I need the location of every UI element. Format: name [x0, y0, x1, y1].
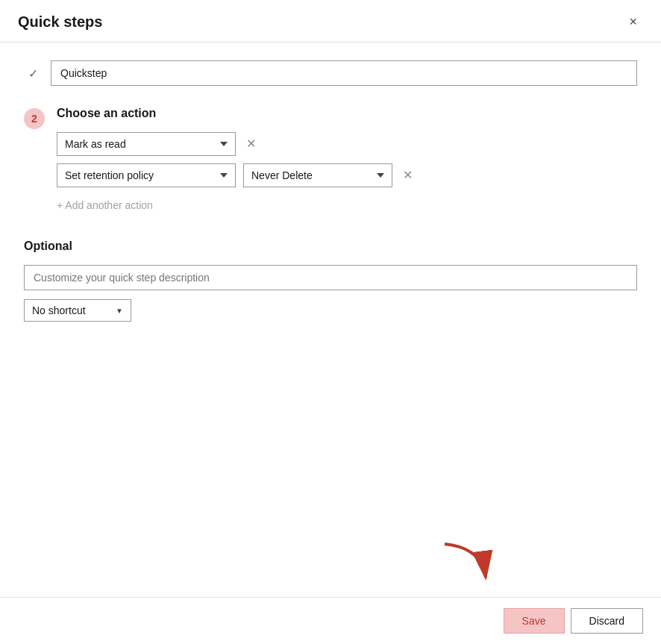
step2-section: 2 Choose an action Mark as read Move to …: [24, 107, 637, 216]
dialog-body: ✓ 2 Choose an action Mark as read Move t…: [0, 43, 661, 597]
action2-sub-select[interactable]: Never Delete 1 Week Delete 1 Month Delet…: [243, 163, 392, 187]
action1-row: Mark as read Move to folder Delete Forwa…: [57, 132, 637, 156]
step2-number: 2: [24, 108, 45, 129]
step2-label: Choose an action: [57, 107, 637, 120]
close-button[interactable]: ×: [623, 12, 643, 31]
quick-steps-dialog: Quick steps × ✓ 2 Choose an action Mark …: [0, 0, 661, 644]
discard-button[interactable]: Discard: [571, 608, 643, 634]
dialog-header: Quick steps ×: [0, 0, 661, 43]
action1-select[interactable]: Mark as read Move to folder Delete Forwa…: [57, 132, 236, 156]
action2-row: Set retention policy Move to folder Dele…: [57, 163, 637, 187]
dialog-title: Quick steps: [18, 13, 102, 31]
shortcut-select-wrapper[interactable]: No shortcut CTRL+SHIFT+1 CTRL+SHIFT+2 CT…: [24, 299, 131, 322]
optional-section: Optional No shortcut CTRL+SHIFT+1 CTRL+S…: [24, 240, 637, 322]
description-input[interactable]: [24, 265, 637, 290]
save-button[interactable]: Save: [504, 608, 565, 634]
shortcut-select[interactable]: No shortcut CTRL+SHIFT+1 CTRL+SHIFT+2 CT…: [32, 304, 111, 316]
dialog-footer: Save Discard: [0, 597, 661, 644]
add-action-button[interactable]: + Add another action: [57, 195, 153, 216]
quickstep-name-input[interactable]: [51, 60, 637, 86]
step-name-row: ✓: [24, 60, 637, 86]
action2-remove-button[interactable]: ✕: [400, 166, 416, 184]
step2-content: Choose an action Mark as read Move to fo…: [57, 107, 637, 216]
action1-remove-button[interactable]: ✕: [243, 135, 259, 153]
optional-label: Optional: [24, 240, 637, 253]
check-icon: ✓: [24, 66, 42, 81]
action2-select[interactable]: Set retention policy Move to folder Dele…: [57, 163, 236, 187]
shortcut-chevron-icon: ▼: [116, 307, 123, 315]
